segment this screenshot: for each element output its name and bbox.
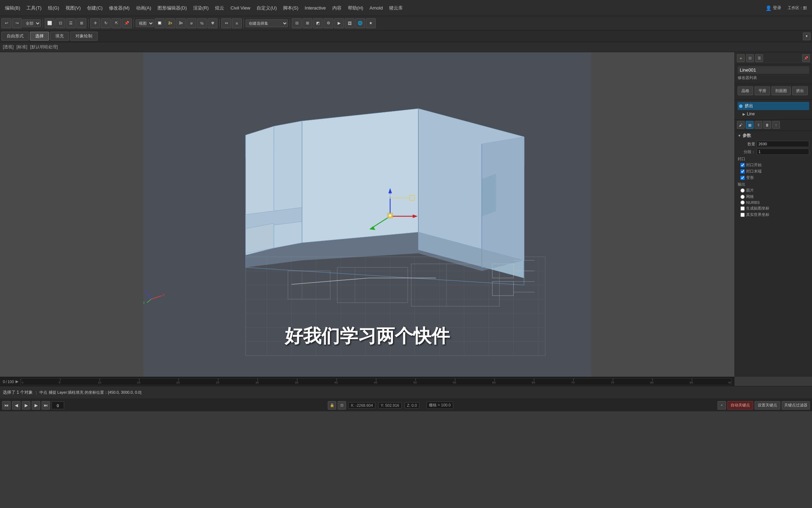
rp-paint-icon[interactable]: 🖌 <box>737 121 745 129</box>
render-effects-btn[interactable]: ★ <box>366 18 376 28</box>
rp-add-btn[interactable]: + <box>737 54 745 62</box>
key-filter-btn[interactable]: 关键点过滤器 <box>782 401 810 410</box>
tab-extra-btn[interactable]: ▾ <box>803 32 811 40</box>
view-dropdown[interactable]: 视图 <box>136 19 154 27</box>
menu-cloud[interactable]: 炫云 <box>212 4 227 13</box>
snap3d-btn[interactable]: 3S <box>176 18 186 28</box>
modifier-btn-pinghua[interactable]: 平滑 <box>755 86 770 95</box>
menu-animation[interactable]: 动画(A) <box>133 4 154 13</box>
snap-btn[interactable]: 🔲 <box>155 18 165 28</box>
output-mesh-radio[interactable] <box>740 195 745 199</box>
place-btn[interactable]: 📌 <box>122 18 132 28</box>
move-btn[interactable]: ✛ <box>90 18 100 28</box>
menu-group[interactable]: 组(G) <box>45 4 62 13</box>
menu-arnold[interactable]: Arnold <box>367 4 386 12</box>
menu-modifier[interactable]: 修改器(M) <box>106 4 133 13</box>
login-button[interactable]: 👤 登录 <box>763 4 784 12</box>
tab-object-paint[interactable]: 对象绘制 <box>70 32 98 41</box>
params-header[interactable]: ▼ 参数 <box>738 133 809 139</box>
rp-up-icon[interactable]: ↑ <box>772 121 780 129</box>
cap-start-checkbox[interactable] <box>740 163 745 167</box>
scene-manager-btn[interactable]: ⊞ <box>302 18 312 28</box>
segments-input[interactable] <box>757 149 809 155</box>
rp-select-icon[interactable]: ▦ <box>746 121 753 129</box>
menu-create[interactable]: 创建(C) <box>84 4 105 13</box>
output-patch-radio[interactable] <box>740 188 745 193</box>
snap2d-btn[interactable]: 2S <box>165 18 175 28</box>
rp-pin-btn[interactable]: 📌 <box>802 54 810 62</box>
go-start-btn[interactable]: ⏮ <box>2 401 11 410</box>
auto-key-btn[interactable]: 自动关键点 <box>727 401 753 410</box>
current-frame-display[interactable]: 0 <box>51 401 64 409</box>
material-editor-btn[interactable]: ◩ <box>313 18 323 28</box>
menu-help[interactable]: 帮助(H) <box>345 4 366 13</box>
tab-fill[interactable]: 填充 <box>50 32 69 41</box>
tab-freeform[interactable]: 自由形式 <box>1 32 29 41</box>
menu-civil[interactable]: Civil View <box>228 4 253 12</box>
named-selection-dropdown[interactable]: 创建选择集 <box>246 19 288 27</box>
add-time-marker-btn[interactable]: + <box>718 401 726 410</box>
sub-item-label: Line <box>747 111 755 116</box>
menu-customize[interactable]: 自定义(U) <box>254 4 279 13</box>
layer-manager-btn[interactable]: ⊟ <box>292 18 302 28</box>
timeline-track[interactable]: 0 5 10 15 20 25 30 35 40 45 50 <box>20 378 732 385</box>
rp-layers-btn[interactable]: ☰ <box>755 54 763 62</box>
menu-script[interactable]: 脚本(S) <box>280 4 301 13</box>
svg-text:65: 65 <box>531 381 535 384</box>
redo-btn[interactable]: ↪ <box>12 18 22 28</box>
render-frame-btn[interactable]: 🖼 <box>345 18 355 28</box>
modifier-btn-jichu[interactable]: 挤出 <box>792 86 808 95</box>
prev-frame-btn[interactable]: ◀ <box>12 401 20 410</box>
play-btn[interactable]: ▶ <box>22 401 30 410</box>
menu-tools[interactable]: 工具(T) <box>24 4 44 13</box>
menu-render[interactable]: 渲染(R) <box>190 4 211 13</box>
svg-text:55: 55 <box>453 381 456 384</box>
next-frame-btn[interactable]: ▶ <box>32 401 40 410</box>
modifier-active-item[interactable]: 挤出 <box>738 102 809 110</box>
angle-snap-btn[interactable]: ⌀ <box>186 18 196 28</box>
rp-move-icon[interactable]: ⇧ <box>755 121 762 129</box>
lock-btn[interactable]: 🔒 <box>328 401 336 410</box>
spinner-snap-btn[interactable]: ✾ <box>208 18 217 28</box>
output-nurbs-radio[interactable] <box>740 200 745 205</box>
menu-edit[interactable]: 编辑(B) <box>2 4 23 13</box>
deform-checkbox[interactable] <box>740 176 745 180</box>
snap-toggle-btn[interactable]: ⊡ <box>338 401 346 410</box>
viewport[interactable]: X Z Y 好我们学 <box>0 52 734 377</box>
select-region-btn[interactable]: ⊡ <box>55 18 65 28</box>
mirror-btn[interactable]: ⇔ <box>221 18 231 28</box>
render-btn[interactable]: ▶ <box>334 18 344 28</box>
select-name-btn[interactable]: ☰ <box>66 18 76 28</box>
modifier-btn-jingge[interactable]: 晶格 <box>738 86 753 95</box>
modifier-btn-poumian[interactable]: 剖面图 <box>771 86 791 95</box>
scale-btn[interactable]: ⇱ <box>111 18 121 28</box>
percent-snap-btn[interactable]: % <box>197 18 207 28</box>
menu-view[interactable]: 视图(V) <box>63 4 84 13</box>
cap-end-checkbox[interactable] <box>740 169 745 174</box>
set-keys-btn[interactable]: 设置关键点 <box>755 401 780 410</box>
selection-dropdown[interactable]: 全部 <box>23 19 41 27</box>
world-coords-checkbox[interactable] <box>740 213 745 217</box>
select-filter-btn[interactable]: ⊞ <box>76 18 86 28</box>
menu-graph-editor[interactable]: 图形编辑器(D) <box>155 4 190 13</box>
go-end-btn[interactable]: ⏭ <box>42 401 50 410</box>
svg-text:70: 70 <box>571 381 574 384</box>
menu-zhuyun[interactable]: 猪云库 <box>386 4 406 13</box>
modifier-dot <box>739 104 743 108</box>
amount-input[interactable] <box>757 141 809 147</box>
menu-interactive[interactable]: Interactive <box>302 4 329 12</box>
modifier-sub-item[interactable]: ▶ Line <box>738 111 809 117</box>
rp-display-btn[interactable]: ⊡ <box>746 54 754 62</box>
select-object-btn[interactable]: ⬜ <box>45 18 55 28</box>
timeline-advance-btn[interactable]: ▶ <box>16 379 18 384</box>
svg-marker-37 <box>246 223 274 253</box>
render-setup-btn[interactable]: ⚙ <box>324 18 333 28</box>
generate-map-checkbox[interactable] <box>740 206 745 211</box>
align-btn[interactable]: ≡ <box>232 18 242 28</box>
undo-btn[interactable]: ↩ <box>1 18 11 28</box>
tab-select[interactable]: 选择 <box>30 32 49 41</box>
menu-content[interactable]: 内容 <box>330 4 344 13</box>
render-env-btn[interactable]: 🌐 <box>355 18 365 28</box>
rp-delete-icon[interactable]: 🗑 <box>763 121 771 129</box>
rotate-btn[interactable]: ↻ <box>101 18 111 28</box>
